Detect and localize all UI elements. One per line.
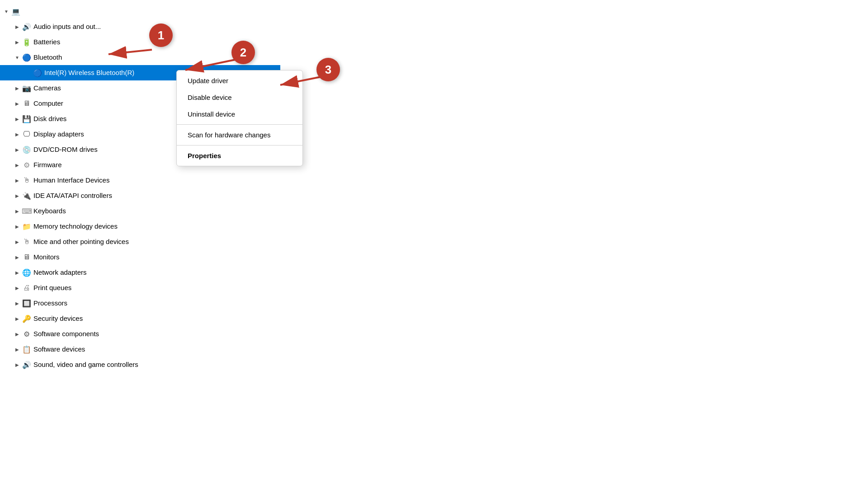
chevron-network — [13, 268, 22, 277]
chevron-display-adapters — [13, 130, 22, 139]
label-security: Security devices — [33, 314, 83, 323]
label-software-dev: Software devices — [33, 345, 85, 354]
root-chevron — [2, 7, 11, 16]
chevron-software-dev — [13, 345, 22, 354]
context-menu-item-properties[interactable]: Properties — [177, 147, 302, 164]
chevron-bluetooth — [13, 53, 22, 62]
icon-network: 🌐 — [22, 267, 32, 277]
tree-item-processors[interactable]: 🔲 Processors — [0, 296, 280, 311]
divider-after-uninstall-device — [177, 124, 302, 125]
label-monitors: Monitors — [33, 253, 60, 262]
annotation-2: 2 — [231, 41, 255, 64]
chevron-sound — [13, 360, 22, 369]
chevron-mice — [13, 237, 22, 246]
icon-monitors: 🖥 — [22, 252, 32, 262]
label-memory: Memory technology devices — [33, 222, 118, 231]
context-menu-item-scan-changes[interactable]: Scan for hardware changes — [177, 127, 302, 143]
icon-bluetooth-device: 🔵 — [33, 68, 42, 78]
icon-firmware: ⚙ — [22, 160, 32, 170]
icon-dvd: 💿 — [22, 145, 32, 155]
icon-mice: 🖱 — [22, 237, 32, 247]
icon-software-dev: 📋 — [22, 344, 32, 354]
icon-audio: 🔊 — [22, 22, 32, 32]
tree-item-hid[interactable]: 🖱 Human Interface Devices — [0, 173, 280, 188]
label-software-comp: Software components — [33, 329, 99, 338]
context-menu-items: Update driverDisable deviceUninstall dev… — [177, 72, 302, 164]
label-print-queues: Print queues — [33, 283, 71, 292]
label-computer: Computer — [33, 99, 63, 108]
label-disk-drives: Disk drives — [33, 114, 66, 123]
chevron-audio — [13, 22, 22, 31]
tree-item-mice[interactable]: 🖱 Mice and other pointing devices — [0, 234, 280, 249]
icon-ide: 🔌 — [22, 191, 32, 201]
context-menu-item-disable-device[interactable]: Disable device — [177, 89, 302, 106]
tree-item-print-queues[interactable]: 🖨 Print queues — [0, 280, 280, 296]
icon-disk-drives: 💾 — [22, 114, 32, 124]
icon-print-queues: 🖨 — [22, 283, 32, 293]
chevron-memory — [13, 222, 22, 231]
chevron-processors — [13, 299, 22, 308]
label-display-adapters: Display adapters — [33, 130, 84, 139]
tree-item-monitors[interactable]: 🖥 Monitors — [0, 249, 280, 265]
chevron-dvd — [13, 145, 22, 154]
label-processors: Processors — [33, 299, 67, 308]
icon-software-comp: ⚙ — [22, 329, 32, 339]
chevron-disk-drives — [13, 114, 22, 123]
label-firmware: Firmware — [33, 160, 62, 169]
icon-security: 🔑 — [22, 314, 32, 324]
tree-item-network[interactable]: 🌐 Network adapters — [0, 265, 280, 280]
chevron-computer — [13, 99, 22, 108]
context-menu-item-update-driver[interactable]: Update driver — [177, 72, 302, 89]
annotation-3: 3 — [316, 58, 340, 81]
tree-item-keyboards[interactable]: ⌨ Keyboards — [0, 203, 280, 219]
tree-item-security[interactable]: 🔑 Security devices — [0, 311, 280, 326]
root-icon: 💻 — [11, 6, 21, 16]
icon-hid: 🖱 — [22, 175, 32, 185]
label-cameras: Cameras — [33, 84, 61, 93]
icon-memory: 📁 — [22, 221, 32, 231]
icon-display-adapters: 🖵 — [22, 129, 32, 139]
icon-sound: 🔊 — [22, 360, 32, 370]
label-ide: IDE ATA/ATAPI controllers — [33, 191, 112, 200]
chevron-hid — [13, 176, 22, 185]
chevron-software-comp — [13, 329, 22, 338]
label-audio: Audio inputs and out... — [33, 22, 101, 31]
icon-bluetooth: 🔵 — [22, 52, 32, 62]
chevron-security — [13, 314, 22, 323]
chevron-monitors — [13, 253, 22, 262]
label-batteries: Batteries — [33, 38, 60, 47]
tree-item-memory[interactable]: 📁 Memory technology devices — [0, 219, 280, 234]
icon-keyboards: ⌨ — [22, 206, 32, 216]
tree-root[interactable]: 💻 — [0, 4, 280, 19]
chevron-keyboards — [13, 206, 22, 216]
label-dvd: DVD/CD-ROM drives — [33, 145, 98, 154]
icon-batteries: 🔋 — [22, 37, 32, 47]
icon-computer: 🖥 — [22, 99, 32, 108]
context-menu: Update driverDisable deviceUninstall dev… — [176, 70, 303, 166]
chevron-firmware — [13, 160, 22, 169]
annotation-1: 1 — [149, 23, 173, 47]
tree-item-sound[interactable]: 🔊 Sound, video and game controllers — [0, 357, 280, 372]
chevron-cameras — [13, 84, 22, 93]
label-mice: Mice and other pointing devices — [33, 237, 129, 246]
tree-item-software-comp[interactable]: ⚙ Software components — [0, 326, 280, 342]
tree-item-audio[interactable]: 🔊 Audio inputs and out... — [0, 19, 280, 34]
label-bluetooth-device: Intel(R) Wireless Bluetooth(R) — [44, 68, 134, 77]
label-keyboards: Keyboards — [33, 206, 66, 216]
label-bluetooth: Bluetooth — [33, 53, 62, 62]
context-menu-item-uninstall-device[interactable]: Uninstall device — [177, 106, 302, 122]
label-hid: Human Interface Devices — [33, 176, 109, 185]
divider-after-scan-changes — [177, 145, 302, 145]
chevron-batteries — [13, 38, 22, 47]
icon-processors: 🔲 — [22, 298, 32, 308]
label-sound: Sound, video and game controllers — [33, 360, 138, 369]
chevron-ide — [13, 191, 22, 200]
tree-item-ide[interactable]: 🔌 IDE ATA/ATAPI controllers — [0, 188, 280, 203]
chevron-print-queues — [13, 283, 22, 292]
icon-cameras: 📷 — [22, 83, 32, 93]
label-network: Network adapters — [33, 268, 87, 277]
tree-item-software-dev[interactable]: 📋 Software devices — [0, 342, 280, 357]
